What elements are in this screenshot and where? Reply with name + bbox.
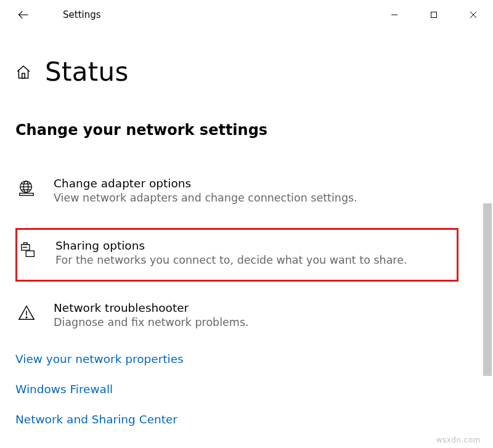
app-title: Settings [63, 9, 101, 20]
option-desc: For the networks you connect to, decide … [55, 253, 452, 268]
svg-rect-5 [22, 73, 25, 78]
scrollbar-thumb[interactable] [483, 203, 492, 376]
link-list: View your network properties Windows Fir… [15, 352, 493, 426]
sharing-icon [19, 242, 38, 260]
close-button[interactable] [454, 0, 493, 30]
svg-point-17 [26, 317, 27, 319]
minimize-icon [391, 11, 398, 18]
svg-rect-13 [26, 251, 34, 256]
svg-rect-2 [431, 12, 437, 18]
svg-rect-14 [24, 243, 28, 245]
option-desc: View network adapters and change connect… [54, 191, 477, 206]
change-adapter-options[interactable]: Change adapter options View network adap… [15, 171, 482, 212]
network-sharing-center-link[interactable]: Network and Sharing Center [15, 413, 493, 426]
home-icon [15, 64, 31, 80]
close-icon [470, 11, 477, 18]
window-controls [375, 0, 493, 30]
warning-triangle-icon [17, 304, 36, 322]
back-button[interactable] [17, 9, 42, 21]
option-title: Change adapter options [54, 177, 477, 190]
arrow-left-icon [17, 9, 30, 21]
maximize-button[interactable] [414, 0, 454, 30]
option-desc: Diagnose and fix network problems. [54, 316, 477, 330]
network-troubleshooter[interactable]: Network troubleshooter Diagnose and fix … [15, 295, 482, 336]
svg-rect-11 [20, 193, 34, 196]
option-title: Network troubleshooter [54, 301, 477, 314]
options-list: Change adapter options View network adap… [0, 171, 493, 336]
windows-firewall-link[interactable]: Windows Firewall [15, 383, 493, 396]
maximize-icon [430, 11, 438, 18]
minimize-button[interactable] [375, 0, 414, 30]
page-header: Status [0, 57, 493, 87]
section-title: Change your network settings [15, 121, 493, 139]
sharing-options[interactable]: Sharing options For the networks you con… [15, 228, 458, 282]
scrollbar[interactable] [482, 31, 493, 448]
titlebar: Settings [0, 0, 493, 30]
option-title: Sharing options [55, 239, 452, 252]
view-network-properties-link[interactable]: View your network properties [15, 352, 493, 365]
watermark: wsxdn.com [436, 436, 481, 444]
page-title: Status [45, 57, 129, 87]
globe-icon [17, 179, 36, 198]
